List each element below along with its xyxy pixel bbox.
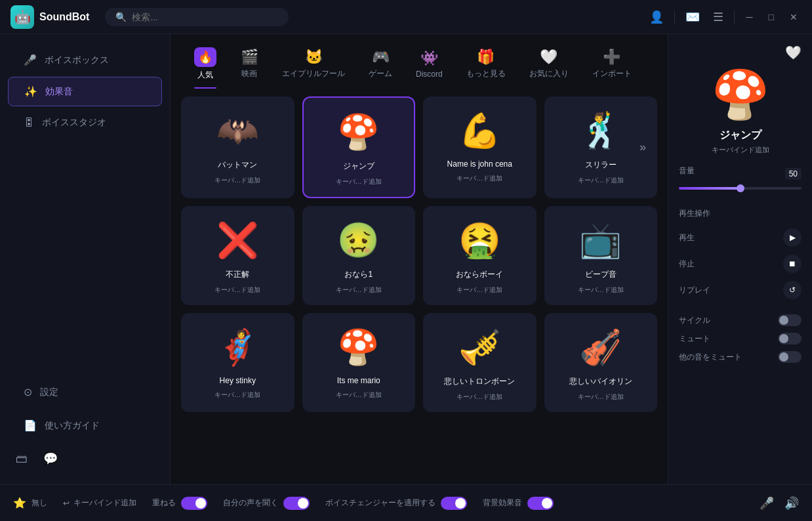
cycle-toggle[interactable] <box>778 314 802 326</box>
tab-import[interactable]: ➕ インポート <box>582 43 642 87</box>
tab-discord-label: Discord <box>416 70 443 79</box>
sound-card-itsmemario[interactable]: 🍄 Its me mario キーバ…ド追加 <box>302 313 416 412</box>
tab-import-label: インポート <box>592 68 632 79</box>
tab-games[interactable]: 🎮 ゲーム <box>358 43 403 87</box>
sidebar-label-voicestudio: ボイススタジオ <box>42 117 106 129</box>
sound-card-sadviolin[interactable]: 🎻 悲しいバイオリン キーバ…ド追加 <box>544 313 658 412</box>
bg-sfx-group: 背景効果音 <box>483 497 554 510</box>
sidebar-item-voicebox[interactable]: 🎤 ボイスボックス <box>8 46 162 74</box>
user-icon[interactable]: 👤 <box>647 7 666 27</box>
tab-discord[interactable]: 👾 Discord <box>405 45 453 87</box>
bottom-keybind[interactable]: ↩ キーバインド追加 <box>63 497 136 509</box>
jump-title: ジャンプ <box>343 161 375 172</box>
overlap-toggle-thumb <box>195 498 206 509</box>
fartboy-image: 🤮 <box>456 217 503 264</box>
sound-card-beep[interactable]: 📺 ビープ音 キーバ…ド追加 <box>544 206 658 305</box>
sound-card-johncena[interactable]: 💪 Name is john cena キーバ…ド追加 <box>423 96 537 198</box>
panel-title: ジャンプ <box>679 129 802 142</box>
hear-self-toggle[interactable] <box>283 497 310 510</box>
replay-button[interactable]: ↺ <box>783 281 802 299</box>
sound-card-fartboy[interactable]: 🤮 おならボーイ キーバ…ド追加 <box>423 206 537 305</box>
sadtrombone-title: 悲しいトロンボーン <box>444 376 515 387</box>
menu-icon[interactable]: ☰ <box>710 7 726 27</box>
mute-others-toggle[interactable] <box>778 351 802 363</box>
sidebar-item-voicestudio[interactable]: 🎛 ボイススタジオ <box>8 109 162 136</box>
close-button[interactable]: ✕ <box>786 9 802 25</box>
volume-fill <box>679 187 741 190</box>
star-icon: ⭐ <box>13 497 26 509</box>
volume-value: 50 <box>785 168 802 180</box>
expand-button[interactable]: » <box>634 138 652 157</box>
sound-card-jump[interactable]: 🍄 ジャンプ キーバ…ド追加 <box>302 96 416 198</box>
app-name: SoundBot <box>39 11 89 23</box>
sound-card-fart1[interactable]: 🤢 おなら1 キーバ…ド追加 <box>302 206 416 305</box>
sound-card-batman[interactable]: 🦇 バットマン キーバ…ド追加 <box>181 96 294 198</box>
itsmemario-keybind: キーバ…ド追加 <box>336 390 382 400</box>
sound-card-wrong[interactable]: ❌ 不正解 キーバ…ド追加 <box>181 206 294 305</box>
mute-toggle[interactable] <box>778 333 802 344</box>
heystinky-keybind: キーバ…ド追加 <box>214 390 260 400</box>
hear-self-toggle-thumb <box>298 498 308 509</box>
mail-icon[interactable]: ✉️ <box>683 7 702 27</box>
tab-april-label: エイプリルフール <box>282 68 345 79</box>
chat-icon[interactable]: 💬 <box>43 451 58 466</box>
star-label: 無し <box>31 497 47 509</box>
sound-card-sadtrombone[interactable]: 🎺 悲しいトロンボーン キーバ…ド追加 <box>423 313 537 412</box>
tab-more[interactable]: 🎁 もっと見る <box>456 43 516 87</box>
tab-favorites[interactable]: 🤍 お気に入り <box>519 43 579 87</box>
panel-keybind-label[interactable]: キーバインド追加 <box>679 145 802 155</box>
sound-grid-container: 🦇 バットマン キーバ…ド追加 🍄 ジャンプ キーバ…ド追加 💪 <box>171 89 668 484</box>
stop-label: 停止 <box>679 259 695 270</box>
play-button[interactable]: ▶ <box>783 228 802 247</box>
stop-button[interactable]: ⏹ <box>783 255 802 273</box>
tab-movies[interactable]: 🎬 映画 <box>230 43 269 87</box>
jump-keybind: キーバ…ド追加 <box>336 177 382 186</box>
voice-changer-group: ボイスチェンジャーを適用する <box>325 497 467 510</box>
archive-icon[interactable]: 🗃 <box>16 452 28 466</box>
play-label: 再生 <box>679 232 695 243</box>
beep-title: ビープ音 <box>585 269 617 280</box>
more-icon: 🎁 <box>477 49 495 66</box>
heystinky-title: Hey stinky <box>220 376 256 385</box>
voice-changer-toggle[interactable] <box>441 497 467 510</box>
search-icon: 🔍 <box>115 12 127 22</box>
search-bar[interactable]: 🔍 <box>105 8 289 26</box>
search-input[interactable] <box>132 12 278 22</box>
sidebar-item-settings[interactable]: ⊙ 設定 <box>8 378 162 406</box>
wrong-keybind: キーバ…ド追加 <box>214 285 260 295</box>
tab-popular[interactable]: 🔥 人気 <box>184 42 227 89</box>
sidebar-item-guide[interactable]: 📄 使い方ガイド <box>8 411 162 440</box>
favorite-icon[interactable]: 🤍 <box>785 45 802 60</box>
minimize-button[interactable]: ─ <box>742 9 757 25</box>
play-row: 再生 ▶ <box>679 224 802 251</box>
bg-sfx-toggle[interactable] <box>527 497 554 510</box>
volume-icon[interactable]: 🔊 <box>784 496 799 511</box>
overlap-toggle[interactable] <box>181 497 207 510</box>
mic-icon[interactable]: 🎤 <box>760 496 774 511</box>
panel-favorite: 🤍 <box>679 45 802 60</box>
discord-icon: 👾 <box>420 50 438 67</box>
right-panel: 🤍 🍄 ジャンプ キーバインド追加 音量 50 再生操作 再生 ▶ <box>668 34 812 484</box>
sound-card-heystinky[interactable]: 🦸 Hey stinky キーバ…ド追加 <box>181 313 294 412</box>
mute-label: ミュート <box>679 333 710 344</box>
hear-self-group: 自分の声を聞く <box>223 497 310 510</box>
fart1-keybind: キーバ…ド追加 <box>336 285 382 295</box>
tab-april[interactable]: 🐱 エイプリルフール <box>272 43 355 87</box>
sound-grid: 🦇 バットマン キーバ…ド追加 🍄 ジャンプ キーバ…ド追加 💪 <box>181 96 657 412</box>
maximize-button[interactable]: □ <box>765 9 778 25</box>
mute-others-label: 他の音をミュート <box>679 352 742 363</box>
sidebar-footer: 🗃 💬 <box>0 444 170 474</box>
microphone-icon: 🎤 <box>24 54 37 66</box>
mute-toggle-thumb <box>779 334 788 343</box>
heystinky-image: 🦸 <box>214 323 261 371</box>
sound-card-thriller[interactable]: 🕺 スリラー キーバ…ド追加 » <box>544 96 658 198</box>
wrong-title: 不正解 <box>226 269 249 280</box>
sidebar: 🎤 ボイスボックス ✨ 効果音 🎛 ボイススタジオ ⊙ 設定 📄 使い方ガイド … <box>0 34 171 484</box>
bg-sfx-toggle-thumb <box>542 498 552 509</box>
sidebar-item-effects[interactable]: ✨ 効果音 <box>8 77 162 106</box>
toggles-section: サイクル ミュート 他の音をミュート <box>679 311 802 366</box>
content-area: 🔥 人気 🎬 映画 🐱 エイプリルフール 🎮 ゲーム 👾 Discord 🎁 <box>171 34 668 484</box>
itsmemario-title: Its me mario <box>337 376 380 385</box>
volume-slider[interactable] <box>679 187 802 190</box>
popular-icon: 🔥 <box>194 47 216 67</box>
